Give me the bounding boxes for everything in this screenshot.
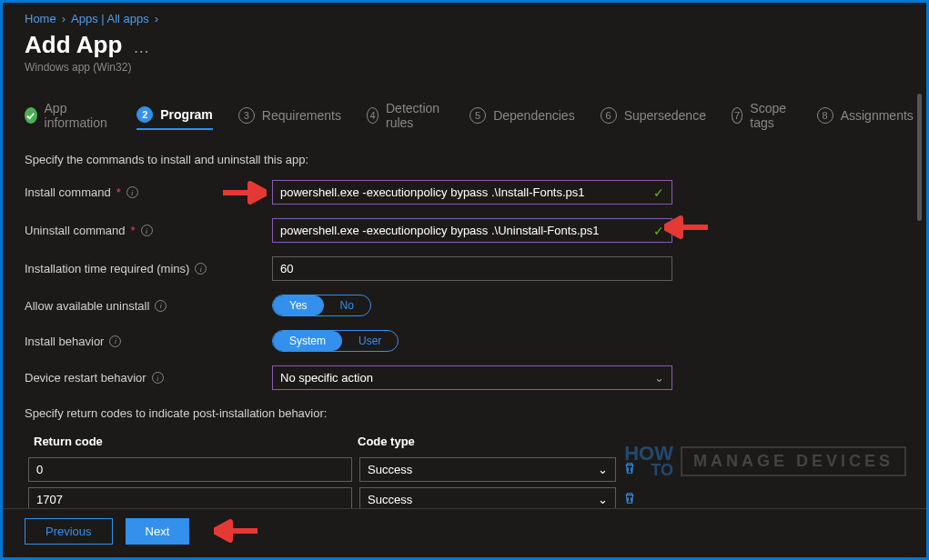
- chevron-down-icon: ⌄: [598, 463, 608, 476]
- restart-behavior-label: Device restart behavior i: [25, 371, 272, 385]
- return-codes-header: Return code Code type: [25, 431, 904, 452]
- tab-scope-tags[interactable]: 7 Scope tags: [732, 101, 792, 135]
- install-time-label: Installation time required (mins) i: [25, 262, 272, 275]
- tab-assignments[interactable]: 8 Assignments: [817, 107, 914, 129]
- breadcrumb-apps[interactable]: Apps | All apps: [71, 12, 149, 25]
- checkmark-icon: ✓: [653, 185, 664, 200]
- col-return-code: Return code: [34, 435, 358, 448]
- scrollbar[interactable]: [914, 85, 924, 503]
- previous-button[interactable]: Previous: [25, 518, 113, 545]
- toggle-no[interactable]: No: [324, 295, 370, 315]
- install-time-input[interactable]: [272, 256, 672, 281]
- code-type-select[interactable]: Success ⌄: [359, 457, 616, 482]
- info-icon[interactable]: i: [109, 335, 121, 347]
- tab-label: App information: [45, 101, 112, 130]
- restart-behavior-select[interactable]: No specific action ⌄: [272, 365, 672, 390]
- chevron-down-icon: ⌄: [654, 371, 664, 385]
- tab-label: Detection rules: [386, 101, 444, 130]
- delete-row-button[interactable]: [623, 462, 636, 477]
- tab-detection-rules[interactable]: 4 Detection rules: [367, 101, 444, 135]
- tab-label: Supersedence: [624, 108, 706, 123]
- tab-app-information[interactable]: App information: [25, 101, 111, 135]
- toggle-system[interactable]: System: [273, 331, 342, 351]
- select-value: Success: [368, 493, 412, 506]
- footer: Previous Next: [3, 508, 926, 557]
- tab-supersedence[interactable]: 6 Supersedence: [601, 107, 706, 129]
- info-icon[interactable]: i: [152, 372, 164, 384]
- uninstall-command-label: Uninstall command* i: [25, 224, 272, 237]
- tab-requirements[interactable]: 3 Requirements: [238, 107, 341, 129]
- tab-dependencies[interactable]: 5 Dependencies: [470, 107, 575, 129]
- install-command-label: Install command* i: [25, 185, 272, 199]
- select-value: Success: [368, 463, 412, 476]
- tab-label: Program: [160, 107, 213, 122]
- allow-uninstall-toggle: Yes No: [272, 295, 371, 316]
- info-icon[interactable]: i: [155, 300, 167, 312]
- install-behavior-label: Install behavior i: [25, 335, 272, 348]
- install-command-input[interactable]: [273, 181, 672, 204]
- step-number-icon: 6: [601, 107, 617, 124]
- toggle-user[interactable]: User: [342, 331, 398, 351]
- breadcrumb: Home › Apps | All apps ›: [25, 10, 904, 25]
- check-icon: [25, 107, 37, 124]
- section-commands-label: Specify the commands to install and unin…: [25, 153, 904, 166]
- tab-label: Requirements: [262, 108, 341, 123]
- step-number-icon: 8: [817, 107, 833, 124]
- tab-label: Assignments: [841, 108, 914, 123]
- page-subtitle: Windows app (Win32): [25, 61, 904, 74]
- tab-label: Scope tags: [750, 101, 791, 130]
- page-title: Add App: [25, 31, 122, 59]
- info-icon[interactable]: i: [195, 263, 207, 275]
- breadcrumb-home[interactable]: Home: [25, 12, 56, 25]
- chevron-right-icon: ›: [62, 12, 66, 25]
- select-value: No specific action: [280, 371, 373, 385]
- tab-program[interactable]: 2 Program: [136, 106, 213, 130]
- wizard-tabs: App information 2 Program 3 Requirements…: [25, 101, 904, 136]
- install-behavior-toggle: System User: [272, 330, 399, 352]
- step-number-icon: 7: [732, 107, 742, 124]
- uninstall-command-input[interactable]: [273, 219, 672, 242]
- info-icon[interactable]: i: [126, 186, 138, 198]
- more-icon[interactable]: …: [133, 38, 149, 57]
- checkmark-icon: ✓: [653, 224, 664, 238]
- section-return-codes-label: Specify return codes to indicate post-in…: [25, 406, 904, 420]
- col-code-type: Code type: [358, 435, 895, 448]
- chevron-right-icon: ›: [155, 12, 158, 25]
- chevron-down-icon: ⌄: [598, 493, 608, 506]
- step-number-icon: 2: [136, 106, 153, 123]
- tab-label: Dependencies: [493, 108, 575, 123]
- delete-row-button[interactable]: [623, 492, 636, 507]
- allow-uninstall-label: Allow available uninstall i: [25, 299, 272, 313]
- info-icon[interactable]: i: [141, 225, 153, 236]
- step-number-icon: 4: [367, 107, 379, 124]
- step-number-icon: 3: [238, 107, 255, 124]
- toggle-yes[interactable]: Yes: [273, 295, 324, 315]
- table-row: Success ⌄: [25, 457, 904, 482]
- return-code-input[interactable]: [28, 457, 352, 482]
- step-number-icon: 5: [470, 107, 486, 124]
- next-button[interactable]: Next: [126, 518, 190, 545]
